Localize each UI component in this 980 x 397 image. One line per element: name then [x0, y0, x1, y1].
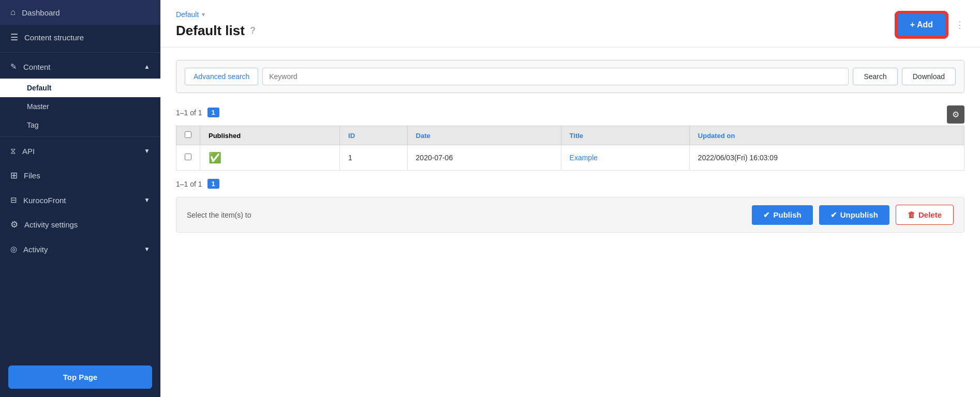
sidebar-activity-settings-label: Activity settings — [24, 220, 78, 229]
breadcrumb-label: Default — [176, 10, 199, 19]
action-bar-label: Select the item(s) to — [187, 211, 746, 219]
row-checkbox[interactable] — [185, 154, 191, 160]
row-title-link[interactable]: Example — [570, 154, 598, 162]
table-actions-row: 1–1 of 1 1 ⚙ — [176, 105, 964, 124]
col-updated-on[interactable]: Updated on — [689, 126, 964, 145]
table-settings-button[interactable]: ⚙ — [947, 105, 964, 124]
sidebar-sub-item-default[interactable]: Default — [0, 79, 160, 97]
col-title[interactable]: Title — [561, 126, 689, 145]
sidebar-section-api[interactable]: ⧖ API ▼ — [0, 139, 160, 163]
main-content: Default ▾ Default list ? + Add ⋮ Advance… — [160, 0, 980, 397]
sidebar-item-content-structure-label: Content structure — [24, 33, 84, 42]
activity-chevron-icon: ▼ — [144, 246, 150, 253]
sidebar-divider-1 — [0, 52, 160, 53]
table-header-row: Published ID Date Title Updated on — [176, 126, 964, 145]
row-id: 1 — [340, 145, 408, 171]
col-date[interactable]: Date — [407, 126, 561, 145]
content-structure-icon: ☰ — [10, 32, 18, 43]
sidebar-item-dashboard[interactable]: ⌂ Dashboard — [0, 0, 160, 25]
top-page-button[interactable]: Top Page — [8, 365, 152, 389]
header-left: Default ▾ Default list ? — [176, 10, 256, 39]
kurocofront-chevron-icon: ▼ — [144, 196, 150, 204]
api-icon: ⧖ — [10, 146, 16, 156]
publish-button-label: Publish — [773, 210, 801, 219]
row-updated-on: 2022/06/03(Fri) 16:03:09 — [689, 145, 964, 171]
sidebar-activity-label: Activity — [23, 245, 48, 254]
unpublish-check-icon: ✔ — [830, 210, 837, 220]
sidebar-item-activity-settings[interactable]: ⚙ Activity settings — [0, 212, 160, 237]
select-all-checkbox[interactable] — [185, 131, 191, 138]
sidebar-item-dashboard-label: Dashboard — [22, 8, 60, 17]
row-checkbox-cell — [176, 145, 200, 171]
delete-trash-icon: 🗑 — [908, 210, 915, 219]
sidebar-section-content[interactable]: ✎ Content ▲ — [0, 55, 160, 79]
more-options-icon[interactable]: ⋮ — [955, 19, 964, 30]
help-icon[interactable]: ? — [250, 25, 256, 36]
sidebar-item-content-structure[interactable]: ☰ Content structure — [0, 25, 160, 50]
sidebar: ⌂ Dashboard ☰ Content structure ✎ Conten… — [0, 0, 160, 397]
sidebar-tag-label: Tag — [27, 121, 39, 129]
sidebar-master-label: Master — [27, 102, 49, 111]
unpublish-button[interactable]: ✔ Unpublish — [819, 205, 889, 225]
pagination-bottom-range: 1–1 of 1 — [176, 180, 202, 188]
activity-icon: ◎ — [10, 245, 17, 254]
publish-button[interactable]: ✔ Publish — [752, 205, 812, 225]
published-check-icon: ✅ — [209, 152, 221, 163]
sidebar-sub-item-tag[interactable]: Tag — [0, 116, 160, 134]
content-chevron-icon: ▲ — [144, 63, 150, 70]
sidebar-sub-item-master[interactable]: Master — [0, 97, 160, 116]
delete-button-label: Delete — [918, 210, 942, 219]
data-table: Published ID Date Title Updated on — [176, 126, 964, 171]
action-bar: Select the item(s) to ✔ Publish ✔ Unpubl… — [176, 197, 964, 233]
sidebar-section-kurocofront[interactable]: ⊟ KurocoFront ▼ — [0, 188, 160, 212]
pagination-page-badge[interactable]: 1 — [207, 108, 219, 117]
search-bar: Advanced search Search Download — [176, 60, 964, 93]
pagination-top: 1–1 of 1 1 — [176, 108, 219, 117]
search-button[interactable]: Search — [853, 68, 897, 85]
header-right: + Add ⋮ — [896, 12, 964, 37]
sidebar-item-files[interactable]: ⊞ Files — [0, 163, 160, 188]
row-published: ✅ — [200, 145, 340, 171]
home-icon: ⌂ — [10, 7, 16, 18]
advanced-search-button[interactable]: Advanced search — [185, 68, 258, 85]
pagination-bottom-badge[interactable]: 1 — [207, 179, 219, 189]
publish-check-icon: ✔ — [763, 210, 770, 220]
col-published: Published — [200, 126, 340, 145]
content-area: Advanced search Search Download 1–1 of 1… — [160, 48, 980, 397]
col-checkbox — [176, 126, 200, 145]
delete-button[interactable]: 🗑 Delete — [896, 205, 954, 225]
table-row: ✅ 1 2020-07-06 Example 2022/06/03(Fri) 1… — [176, 145, 964, 171]
api-chevron-icon: ▼ — [144, 147, 150, 155]
files-icon: ⊞ — [10, 170, 18, 181]
breadcrumb-chevron-icon: ▾ — [202, 11, 205, 18]
sidebar-content-label: Content — [23, 63, 51, 71]
page-title-text: Default list — [176, 23, 245, 39]
col-id[interactable]: ID — [340, 126, 408, 145]
row-title: Example — [561, 145, 689, 171]
sidebar-default-label: Default — [27, 84, 51, 92]
activity-settings-icon: ⚙ — [10, 219, 18, 230]
unpublish-button-label: Unpublish — [840, 210, 878, 219]
breadcrumb[interactable]: Default ▾ — [176, 10, 256, 19]
sidebar-files-label: Files — [24, 171, 40, 180]
sidebar-section-activity[interactable]: ◎ Activity ▼ — [0, 237, 160, 261]
sidebar-divider-2 — [0, 136, 160, 137]
content-icon: ✎ — [10, 62, 17, 71]
main-header: Default ▾ Default list ? + Add ⋮ — [160, 0, 980, 48]
row-date: 2020-07-06 — [407, 145, 561, 171]
sidebar-kurocofront-label: KurocoFront — [23, 196, 66, 205]
pagination-bottom: 1–1 of 1 1 — [176, 179, 964, 189]
sidebar-api-label: API — [22, 147, 35, 156]
keyword-input[interactable] — [262, 68, 849, 85]
page-title: Default list ? — [176, 23, 256, 39]
sidebar-bottom: Top Page — [0, 357, 160, 397]
kurocofront-icon: ⊟ — [10, 195, 17, 205]
add-button[interactable]: + Add — [896, 12, 947, 37]
download-button[interactable]: Download — [902, 68, 956, 85]
pagination-range-text: 1–1 of 1 — [176, 109, 202, 117]
